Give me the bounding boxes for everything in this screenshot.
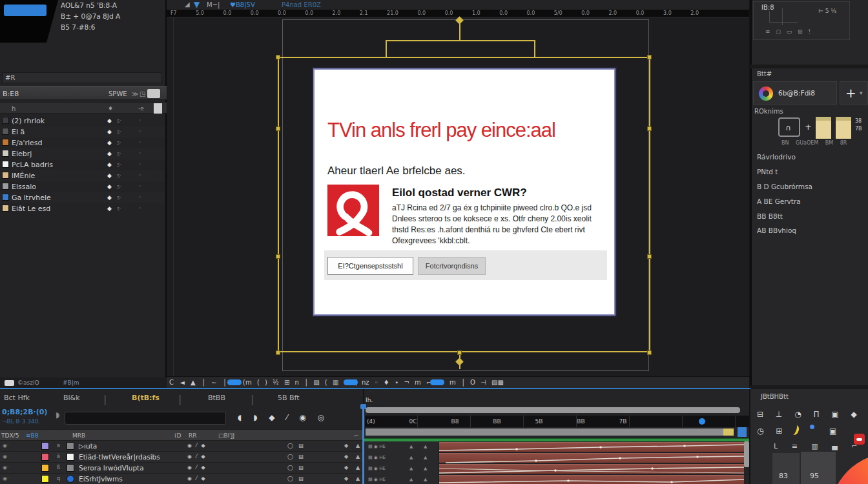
layer-row[interactable]: ◉· a ▷ıuta ◉ ⁄ ◆ ◯ ▤ ◆ ▲ [0,441,363,452]
playhead-handle[interactable] [360,404,366,409]
project-search-field[interactable]: #R [2,72,162,83]
timeline-tab-1[interactable]: Bct Hfk [4,394,30,401]
timeline-tab-2[interactable]: Bl&k [63,394,80,401]
track-expand-icon[interactable]: ▲ [424,456,427,460]
clip-bar[interactable] [439,453,744,463]
item-dot-icon[interactable]: ◦ [138,140,141,146]
keyframe-diamond-icon[interactable]: ◆ [107,118,112,124]
track-row[interactable]: ▤ ◉ HE ▲ ▲ [364,441,749,452]
time-marker-dot[interactable] [699,418,705,425]
render-badge-icon[interactable] [5,380,14,386]
parent-dropdown-icon[interactable]: ▲ [356,454,360,459]
resize-handle-br[interactable] [647,350,652,355]
sidebar-item-2[interactable]: PNtd t [757,168,778,176]
track-row[interactable]: ▤ ◉ HE ▲ ▲ [364,463,749,474]
parent-pickwhip-icon[interactable]: ◆ [344,443,348,449]
parent-dropdown-icon[interactable]: ▲ [356,443,360,449]
paint-plus-icon[interactable]: + [805,123,812,131]
layer-switch-icons[interactable]: ◉ ⁄ ◆ [187,465,205,470]
timeline-scrollbar[interactable] [744,441,749,467]
list-item[interactable]: Elssalo ◆ s· ◦ [0,181,165,192]
keyframe-diamond-icon[interactable]: ◆ [107,162,112,168]
sidebar-item-1[interactable]: Rávrlodrivo [757,154,796,161]
eye-icon[interactable]: ◉· [3,476,9,481]
layer-row[interactable]: ◉· q EiSrhtJvlwms ◉ ⁄ ◆ ◯ ▤ ◆ ▲ [0,474,363,484]
timeline-tab-3-active[interactable]: B(tB:fs [132,394,160,401]
layer-mode-select[interactable]: ◯ ▤ [287,465,304,470]
clip-bar[interactable] [439,464,744,474]
clip-bar[interactable] [439,475,744,484]
list-item[interactable]: lMÉnie ◆ s· ◦ [0,170,165,181]
layer-mode-select[interactable]: ◯ ▤ [287,476,304,481]
resize-handle-bm[interactable] [457,350,462,355]
toggle-pill-2[interactable] [344,379,358,385]
toolbar-icons-group-3[interactable]: nz ◦ ♦ ∙ ¬ m ⌐3 [362,379,436,386]
brush-library-item[interactable]: 6b@B:Fdi8 [753,81,837,105]
parent-dropdown-icon[interactable]: ▲ [356,465,360,470]
mode-label[interactable]: M~| [207,2,220,8]
track-expand-icon[interactable]: ▲ [424,445,427,449]
layer-row[interactable]: ◉· ß Serora lrwódVlupta ◉ ⁄ ◆ ◯ ▤ ◆ ▲ [0,463,363,474]
column-parent[interactable]: □BI'JJ [218,433,234,439]
layer-mode-select[interactable]: ◯ ▤ [287,454,304,459]
resize-handle-l1[interactable] [276,126,280,131]
keyframe-diamond-icon[interactable]: ◆ [107,173,112,179]
tools-icon-row-2b[interactable]: ▣ [829,427,836,435]
timeline-tab-5[interactable]: 5B Bft [278,394,300,401]
parent-pickwhip-icon[interactable]: ◆ [344,465,348,470]
column-key-icon[interactable]: ♦ [108,106,113,112]
parent-pickwhip-icon[interactable]: ◆ [344,454,348,459]
resize-handle-r1[interactable] [647,126,652,131]
keyframe-diamond-icon[interactable]: ◆ [107,195,112,201]
track-row[interactable]: ▤ ◉ HE ▲ ▲ [364,474,749,484]
color-swatch-1[interactable] [816,117,831,139]
toolbar-icons-group-2[interactable]: m ( ) ½ ⊞ n │ ▤ ( ▥ ◔ ( [245,379,357,386]
sidebar-item-4[interactable]: A BE Gervtra [757,198,801,205]
flyout-arrow-icon[interactable]: ≫ [132,91,138,97]
layer-switch-icons[interactable]: ◉ ⁄ ◆ [187,476,205,481]
work-area-button[interactable] [738,427,747,437]
playhead-grab-icon[interactable]: ◗ [56,411,59,419]
layer-name[interactable]: Etiäd-tlwtVereår|rdasibs [79,454,160,461]
column-source[interactable]: TDX/5 [1,433,19,439]
resize-handle-r2[interactable] [647,254,652,259]
save-label[interactable]: SPWE [108,91,127,97]
toolbar-icons-group-4[interactable]: m │ O ⊣ ▤▦ [450,379,504,386]
item-dot-icon[interactable]: ◦ [138,151,141,157]
snapshot-icon[interactable]: ◳ [140,91,145,97]
track-expand-icon[interactable]: ▲ [409,467,413,471]
viewer-option-label-1[interactable]: ♥B8|5V [230,2,255,8]
clip-bar[interactable] [439,442,744,452]
viewer-option-label-2[interactable]: P4nad ER0Z [282,2,321,8]
primary-button[interactable]: EI?Ctgensepstsstshl [327,257,413,275]
sidebar-item-5[interactable]: BB B8tt [757,213,783,220]
column-mode[interactable]: (D [174,433,181,439]
layer-color-swatch[interactable] [41,475,49,483]
plus-icon[interactable]: + [845,86,856,99]
column-tail[interactable]: -e [138,106,144,112]
sidebar-item-6[interactable]: AB BBvhioq [757,227,796,234]
list-item[interactable]: El ä ◆ s· ◦ [0,126,165,137]
layer-color-swatch[interactable] [41,442,49,450]
eye-icon[interactable]: ◉· [3,465,9,470]
keyframe-diamond-icon[interactable]: ◆ [107,129,112,135]
parent-pickwhip-icon[interactable]: ◆ [344,476,348,481]
add-brush-cell[interactable]: + ▾ [840,81,868,105]
tools-icon-row-1[interactable]: ⊟ ⊥ ◔ Π ▣ ◆ [757,410,857,418]
layer-switch-icons[interactable]: ◉ ⁄ ◆ [187,454,205,459]
item-dot-icon[interactable]: ◦ [138,184,141,190]
scrollbar-thumb[interactable] [154,103,162,114]
panel-menu-button[interactable] [147,89,160,98]
chevron-down-icon[interactable]: ▾ [860,90,863,96]
timecode-display[interactable]: 0;B8;2B·(0) [2,408,47,416]
secondary-button[interactable]: Fotcrtvorqndisns [418,257,486,275]
track-expand-icon[interactable]: ▲ [424,478,427,482]
item-dot-icon[interactable]: ◦ [138,118,141,124]
resize-handle-bl[interactable] [276,350,280,355]
timeline-tab-4[interactable]: BtBB [208,394,225,401]
column-name[interactable]: h [12,106,16,112]
list-item[interactable]: Eiât Le esd ◆ s· ◦ [0,203,165,214]
color-swatch-2[interactable] [836,117,851,139]
playhead-line[interactable] [362,405,364,484]
eye-icon[interactable]: ◉· [3,454,9,459]
